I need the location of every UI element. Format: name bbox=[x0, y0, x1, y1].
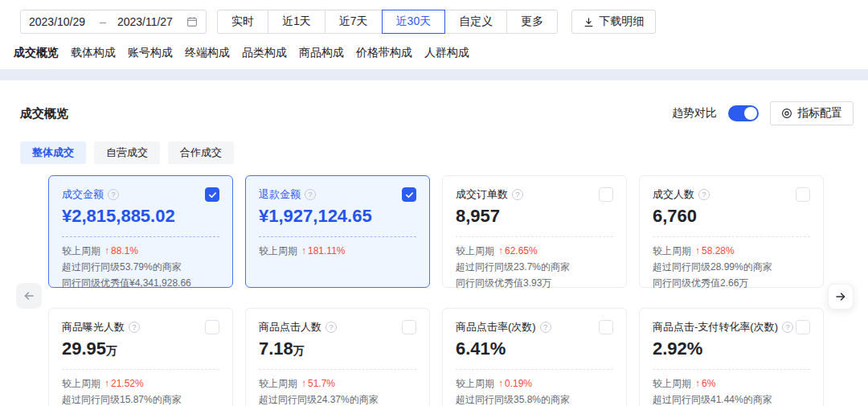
metric-checkbox[interactable] bbox=[796, 320, 810, 334]
metric-checkbox[interactable] bbox=[402, 320, 416, 334]
metric-card-refund-amount[interactable]: 退款金额 ¥1,927,124.65 较上周期 ↑181.11% bbox=[245, 175, 430, 288]
metric-value: 6,760 bbox=[653, 206, 810, 227]
download-icon bbox=[583, 17, 594, 27]
arrow-up-icon: ↑ bbox=[301, 375, 306, 392]
tab-price-band-mix[interactable]: 价格带构成 bbox=[356, 46, 412, 60]
metric-config-icon bbox=[781, 108, 792, 119]
date-range-picker[interactable]: 2023/10/29 – 2023/11/27 bbox=[20, 10, 207, 34]
metric-config-button[interactable]: 指标配置 bbox=[770, 101, 854, 125]
trend-compare-toggle[interactable] bbox=[728, 105, 759, 121]
metric-card-click-pay-conversion[interactable]: 商品点击-支付转化率(次数) 2.92% 较上周期 ↑6% 超过同行同级41.4… bbox=[639, 308, 824, 406]
info-icon[interactable] bbox=[540, 322, 551, 333]
range-button-realtime[interactable]: 实时 bbox=[217, 10, 268, 34]
card-divider bbox=[456, 369, 613, 370]
range-button-7day[interactable]: 近7天 bbox=[325, 10, 383, 34]
metric-checkbox[interactable] bbox=[796, 187, 810, 202]
tab-account-mix[interactable]: 账号构成 bbox=[128, 46, 173, 60]
metric-card-deal-amount[interactable]: 成交金额 ¥2,815,885.02 较上周期 ↑88.1% 超过同行同级53.… bbox=[48, 175, 233, 288]
metric-cards-carousel: 成交金额 ¥2,815,885.02 较上周期 ↑88.1% 超过同行同级53.… bbox=[0, 175, 868, 406]
tab-category-mix[interactable]: 品类构成 bbox=[242, 46, 287, 60]
metric-value: 7.18万 bbox=[259, 338, 416, 359]
peer-rank-line: 超过同行同级15.87%的商家 bbox=[62, 392, 219, 406]
metric-checkbox[interactable] bbox=[402, 187, 416, 202]
analysis-nav-tabs: 成交概览 载体构成 账号构成 终端构成 品类构成 商品构成 价格带构成 人群构成 bbox=[0, 34, 868, 69]
metric-checkbox[interactable] bbox=[599, 187, 613, 202]
metric-card-click-rate[interactable]: 商品点击率(次数) 6.41% 较上周期 ↑0.19% 超过同行同级35.8%的… bbox=[442, 308, 627, 406]
download-detail-button[interactable]: 下载明细 bbox=[571, 10, 656, 34]
info-icon[interactable] bbox=[108, 189, 119, 200]
arrow-up-icon: ↑ bbox=[104, 243, 109, 259]
date-end: 2023/11/27 bbox=[117, 15, 173, 28]
metric-value: 6.41% bbox=[456, 338, 613, 359]
info-icon[interactable] bbox=[305, 189, 316, 200]
peer-rank-line: 超过同行同级28.99%的商家 bbox=[653, 259, 810, 275]
info-icon[interactable] bbox=[782, 322, 793, 333]
compare-line: 较上周期 ↑62.65% bbox=[456, 243, 613, 259]
metric-card-buyer-count[interactable]: 成交人数 6,760 较上周期 ↑58.28% 超过同行同级28.99%的商家 … bbox=[639, 175, 824, 288]
tab-carrier-mix[interactable]: 载体构成 bbox=[71, 46, 116, 60]
info-icon[interactable] bbox=[698, 189, 710, 200]
range-button-custom[interactable]: 自定义 bbox=[444, 10, 507, 34]
tab-terminal-mix[interactable]: 终端构成 bbox=[185, 46, 230, 60]
compare-line: 较上周期 ↑181.11% bbox=[259, 243, 416, 259]
peer-best-line: 同行同级优秀值2.66万 bbox=[653, 275, 810, 291]
trend-compare-label: 趋势对比 bbox=[672, 106, 717, 121]
compare-line: 较上周期 ↑51.7% bbox=[259, 375, 416, 392]
metric-value: ¥1,927,124.65 bbox=[259, 206, 416, 227]
metric-value: 8,957 bbox=[456, 206, 613, 227]
card-divider bbox=[62, 236, 219, 237]
metric-title: 商品点击-支付转化率(次数) bbox=[653, 320, 778, 334]
metric-title: 退款金额 bbox=[259, 187, 301, 202]
compare-line: 较上周期 ↑0.19% bbox=[456, 375, 613, 392]
range-button-30day[interactable]: 近30天 bbox=[382, 10, 446, 34]
card-divider bbox=[653, 236, 810, 237]
toggle-knob bbox=[744, 107, 757, 120]
tab-audience-mix[interactable]: 人群构成 bbox=[424, 46, 469, 60]
arrow-up-icon: ↑ bbox=[695, 375, 700, 392]
arrow-up-icon: ↑ bbox=[695, 243, 700, 259]
card-divider bbox=[259, 236, 416, 237]
metric-card-click-users[interactable]: 商品点击人数 7.18万 较上周期 ↑51.7% 超过同行同级24.37%的商家… bbox=[245, 308, 430, 406]
metric-card-exposure-users[interactable]: 商品曝光人数 29.95万 较上周期 ↑21.52% 超过同行同级15.87%的… bbox=[48, 308, 233, 406]
metric-value: 29.95万 bbox=[62, 338, 219, 359]
date-start: 2023/10/29 bbox=[29, 15, 85, 28]
metric-config-label: 指标配置 bbox=[797, 106, 842, 121]
metric-title: 商品点击人数 bbox=[259, 320, 321, 334]
metric-checkbox[interactable] bbox=[205, 187, 219, 202]
range-button-1day[interactable]: 近1天 bbox=[268, 10, 326, 34]
tab-product-mix[interactable]: 商品构成 bbox=[299, 46, 344, 60]
metric-title: 商品曝光人数 bbox=[62, 320, 125, 334]
top-toolbar: 2023/10/29 – 2023/11/27 实时 近1天 近7天 近30天 … bbox=[0, 0, 868, 34]
carousel-next-button[interactable] bbox=[828, 284, 854, 310]
time-range-group: 实时 近1天 近7天 近30天 自定义 更多 bbox=[217, 10, 558, 34]
carousel-prev-button[interactable] bbox=[16, 283, 42, 309]
metric-title: 成交人数 bbox=[653, 187, 694, 202]
peer-best-line: 同行同级优秀值¥4,341,928.66 bbox=[62, 275, 219, 291]
metric-checkbox[interactable] bbox=[599, 320, 613, 334]
subtab-self-operated[interactable]: 自营成交 bbox=[94, 141, 160, 164]
info-icon[interactable] bbox=[129, 322, 140, 333]
metric-title: 商品点击率(次数) bbox=[456, 320, 536, 334]
peer-rank-line: 超过同行同级24.37%的商家 bbox=[259, 392, 416, 406]
metric-checkbox[interactable] bbox=[205, 320, 219, 334]
range-button-more[interactable]: 更多 bbox=[506, 10, 558, 34]
cards-row-1: 成交金额 ¥2,815,885.02 较上周期 ↑88.1% 超过同行同级53.… bbox=[48, 175, 824, 288]
info-icon[interactable] bbox=[512, 189, 523, 200]
compare-line: 较上周期 ↑88.1% bbox=[62, 243, 219, 259]
arrow-up-icon: ↑ bbox=[498, 243, 503, 259]
deal-type-subtabs: 整体成交 自营成交 合作成交 bbox=[20, 141, 868, 164]
subtab-overall[interactable]: 整体成交 bbox=[20, 141, 86, 164]
info-icon[interactable] bbox=[326, 322, 337, 333]
subtab-cooperative[interactable]: 合作成交 bbox=[168, 141, 234, 164]
metric-title: 成交金额 bbox=[62, 187, 104, 202]
card-divider bbox=[259, 369, 416, 370]
compare-line: 较上周期 ↑58.28% bbox=[653, 243, 810, 259]
metric-card-order-count[interactable]: 成交订单数 8,957 较上周期 ↑62.65% 超过同行同级23.7%的商家 … bbox=[442, 175, 627, 288]
tab-deal-overview[interactable]: 成交概览 bbox=[14, 46, 59, 60]
section-header: 成交概览 趋势对比 指标配置 bbox=[20, 101, 854, 125]
arrow-up-icon: ↑ bbox=[301, 243, 306, 259]
compare-line: 较上周期 ↑6% bbox=[653, 375, 810, 392]
card-divider bbox=[653, 369, 810, 370]
calendar-icon bbox=[186, 16, 198, 27]
page-title: 成交概览 bbox=[20, 106, 68, 121]
